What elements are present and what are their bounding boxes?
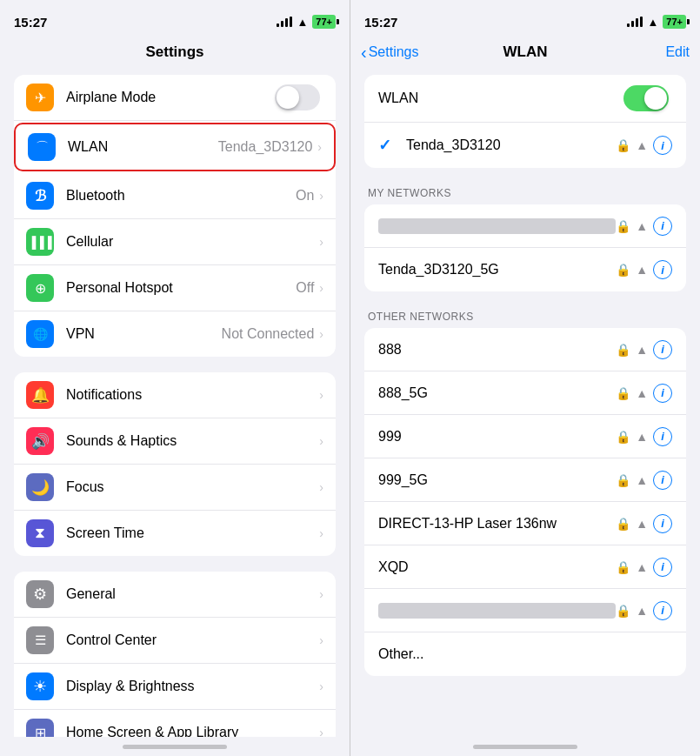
wlan-toggle-row[interactable]: WLAN	[364, 75, 686, 123]
status-bar-right: 15:27 ▲ 77+	[350, 0, 700, 38]
lock-icon-direct: 🔒	[616, 517, 630, 531]
home-bar-right	[473, 745, 577, 749]
my-networks-header: MY NETWORKS	[364, 184, 686, 204]
vpn-value: Not Connected	[222, 326, 315, 342]
hotspot-icon: ⊕	[26, 274, 54, 302]
display-icon: ☀	[26, 672, 54, 700]
other-network-row-blurred[interactable]: 🔒 ▲ i	[364, 589, 686, 632]
other-network-row-direct[interactable]: DIRECT-13-HP Laser 136nw 🔒 ▲ i	[364, 502, 686, 545]
bluetooth-icon: ℬ	[26, 182, 54, 210]
status-bar-left: 15:27 ▲ 77+	[0, 0, 350, 38]
wlan-label: WLAN	[68, 139, 218, 155]
status-icons-left: ▲ 77+	[277, 15, 336, 29]
homescreen-icon: ⊞	[26, 719, 54, 737]
signal-icon-right	[627, 17, 643, 27]
lock-icon-blurred: 🔒	[616, 604, 630, 618]
wlan-row[interactable]: ⌒ WLAN Tenda_3D3120 ›	[14, 123, 336, 171]
sounds-label: Sounds & Haptics	[66, 433, 317, 449]
screentime-label: Screen Time	[66, 525, 317, 541]
airplane-mode-row[interactable]: ✈ Airplane Mode	[14, 75, 336, 121]
info-btn-999-5g[interactable]: i	[653, 471, 672, 490]
screentime-row[interactable]: ⧗ Screen Time ›	[14, 511, 336, 556]
info-btn-xqd[interactable]: i	[653, 558, 672, 577]
notifications-chevron-icon: ›	[319, 388, 323, 402]
back-button[interactable]: ‹ Settings	[361, 43, 418, 61]
other-network-row-other[interactable]: Other...	[364, 632, 686, 676]
display-row[interactable]: ☀ Display & Brightness ›	[14, 664, 336, 710]
display-label: Display & Brightness	[66, 679, 317, 694]
info-btn-blurred[interactable]: i	[653, 601, 672, 620]
other-network-row-999-5g[interactable]: 999_5G 🔒 ▲ i	[364, 458, 686, 502]
my-network-row-5g[interactable]: Tenda_3D3120_5G 🔒 ▲ i	[364, 248, 686, 291]
wifi-icon-999: ▲	[636, 430, 648, 444]
other-network-name-888-5g: 888_5G	[378, 385, 616, 401]
my-network-info-1[interactable]: i	[653, 217, 672, 236]
controlcenter-label: Control Center	[66, 632, 317, 648]
wifi-icon-999-5g: ▲	[636, 473, 648, 487]
vpn-label: VPN	[66, 326, 222, 342]
back-label: Settings	[369, 44, 419, 60]
info-btn-888[interactable]: i	[653, 340, 672, 359]
cellular-row[interactable]: ▐▐▐ Cellular ›	[14, 219, 336, 265]
edit-button[interactable]: Edit	[665, 44, 690, 60]
settings-title: Settings	[145, 43, 203, 61]
focus-label: Focus	[66, 479, 317, 495]
connected-network-row[interactable]: ✓ Tenda_3D3120 🔒 ▲ i	[364, 123, 686, 168]
wlan-value: Tenda_3D3120	[218, 139, 313, 155]
my-network-row-blurred[interactable]: 🔒 ▲ i	[364, 204, 686, 248]
general-label: General	[66, 586, 317, 602]
other-network-row-888-5g[interactable]: 888_5G 🔒 ▲ i	[364, 371, 686, 415]
my-network-info-2[interactable]: i	[653, 260, 672, 279]
connectivity-group: ✈ Airplane Mode ⌒ WLAN Tenda_3D3120 › ℬ	[14, 75, 336, 357]
wlan-panel: 15:27 ▲ 77+ ‹ Settings WLAN Edit WLAN	[350, 0, 700, 756]
hotspot-value: Off	[296, 280, 314, 296]
home-indicator-left	[0, 737, 350, 756]
lock-icon-888: 🔒	[616, 343, 630, 357]
bluetooth-label: Bluetooth	[66, 188, 296, 204]
airplane-label: Airplane Mode	[66, 90, 275, 105]
hotspot-chevron-icon: ›	[319, 281, 323, 295]
other-network-row-999[interactable]: 999 🔒 ▲ i	[364, 415, 686, 458]
other-network-row-xqd[interactable]: XQD 🔒 ▲ i	[364, 545, 686, 589]
lock-icon-888-5g: 🔒	[616, 386, 630, 400]
focus-row[interactable]: 🌙 Focus ›	[14, 465, 336, 511]
connected-info-button[interactable]: i	[653, 136, 672, 155]
info-btn-999[interactable]: i	[653, 427, 672, 446]
wlan-nav-bar: ‹ Settings WLAN Edit	[350, 38, 700, 68]
controlcenter-row[interactable]: ☰ Control Center ›	[14, 618, 336, 664]
system-group: 🔔 Notifications › 🔊 Sounds & Haptics › 🌙…	[14, 372, 336, 556]
general-chevron-icon: ›	[319, 587, 323, 601]
notifications-row[interactable]: 🔔 Notifications ›	[14, 372, 336, 418]
general-row[interactable]: ⚙ General ›	[14, 572, 336, 618]
lock-icon: 🔒	[616, 138, 630, 152]
other-network-row-888[interactable]: 888 🔒 ▲ i	[364, 328, 686, 371]
homescreen-row[interactable]: ⊞ Home Screen & App Library ›	[14, 710, 336, 737]
cellular-chevron-icon: ›	[319, 235, 323, 249]
bluetooth-chevron-icon: ›	[319, 189, 323, 203]
wlan-title: WLAN	[503, 43, 548, 61]
wifi-icon-direct: ▲	[636, 517, 648, 531]
home-bar-left	[123, 745, 227, 749]
bluetooth-row[interactable]: ℬ Bluetooth On ›	[14, 173, 336, 219]
wlan-toggle-switch[interactable]	[623, 85, 669, 111]
wifi-signal-icon-2: ▲	[636, 263, 648, 277]
hotspot-row[interactable]: ⊕ Personal Hotspot Off ›	[14, 265, 336, 311]
other-network-name-888: 888	[378, 342, 616, 358]
homescreen-label: Home Screen & App Library	[66, 725, 317, 737]
other-networks-header: OTHER NETWORKS	[364, 307, 686, 328]
lock-icon-1: 🔒	[616, 219, 630, 233]
info-btn-direct[interactable]: i	[653, 514, 672, 533]
settings-panel: 15:27 ▲ 77+ Settings ✈ Airplane Mode	[0, 0, 350, 756]
vpn-row[interactable]: 🌐 VPN Not Connected ›	[14, 311, 336, 357]
other-network-name-999: 999	[378, 429, 616, 445]
lock-icon-999: 🔒	[616, 430, 630, 444]
signal-icon-left	[277, 17, 292, 27]
vpn-chevron-icon: ›	[319, 327, 323, 341]
sounds-row[interactable]: 🔊 Sounds & Haptics ›	[14, 418, 336, 465]
screentime-chevron-icon: ›	[319, 526, 323, 540]
controlcenter-icon: ☰	[26, 626, 54, 654]
homescreen-chevron-icon: ›	[319, 726, 323, 737]
other-network-icons-888: 🔒 ▲ i	[616, 340, 672, 359]
airplane-toggle[interactable]	[275, 84, 320, 110]
info-btn-888-5g[interactable]: i	[653, 384, 672, 403]
